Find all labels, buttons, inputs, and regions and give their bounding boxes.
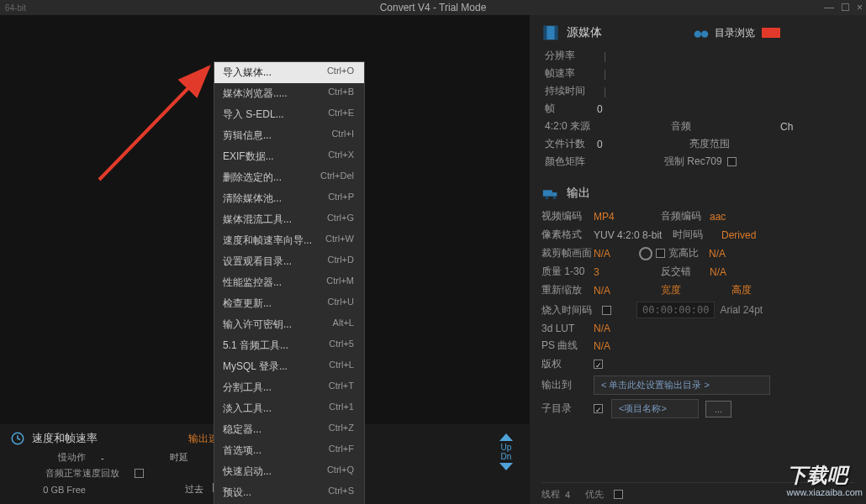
menu-item-shortcut: Ctrl+Q [327,465,354,479]
subdir-checkbox[interactable] [594,404,603,413]
menu-item-label: 媒体混流工具... [223,213,292,227]
up-arrow-icon[interactable] [499,433,513,441]
crop-checkbox[interactable] [656,249,665,258]
burntc-label: 烧入时间码 [541,303,602,318]
menu-item-shortcut: Ctrl+Del [320,171,354,185]
rescale-value[interactable]: N/A [594,285,636,297]
binoculars-icon[interactable] [693,24,710,41]
burntc-checkbox[interactable] [602,306,611,315]
down-arrow-icon[interactable] [499,463,513,470]
menu-item-5[interactable]: 删除选定的...Ctrl+Del [214,167,364,188]
truck-icon [541,184,560,202]
menu-item-2[interactable]: 导入 S-EDL...Ctrl+E [214,104,364,125]
output-path-field[interactable]: < 单击此处设置输出目录 > [594,375,770,395]
height-label[interactable]: 高度 [731,283,752,297]
maximize-button[interactable]: ☐ [841,2,850,13]
rescale-label: 重新缩放 [541,283,594,297]
menu-item-shortcut: Ctrl+P [328,192,354,206]
preview-pane: 导入媒体...Ctrl+O媒体浏览器.....Ctrl+B导入 S-EDL...… [0,15,530,504]
menu-item-shortcut: Ctrl+F [329,444,354,458]
execute-button[interactable]: ... [705,401,731,417]
duration-label: 持续时间 [545,84,597,98]
menu-item-20[interactable]: 预设...Ctrl+S [214,482,364,503]
menu-item-shortcut: Ctrl+S [328,486,354,500]
yuv-label: 4:2:0 来源 [545,119,604,134]
menu-item-label: 剪辑信息... [223,129,272,143]
lut3d-value[interactable]: N/A [594,323,636,334]
svg-rect-7 [543,190,552,196]
menu-item-3[interactable]: 剪辑信息...Ctrl+I [214,125,364,146]
menu-item-17[interactable]: 稳定器...Ctrl+Z [214,419,364,440]
framerate-label: 帧速率 [545,66,597,81]
pscurve-label: PS 曲线 [541,339,594,353]
slowmo-label: 慢动作 [10,451,86,464]
menu-item-10[interactable]: 性能监控器...Ctrl+M [214,272,364,293]
aspect-value[interactable]: N/A [709,248,751,260]
updn-control[interactable]: Up Dn [499,433,513,470]
force709-checkbox[interactable] [727,157,737,166]
menu-item-6[interactable]: 清除媒体池...Ctrl+P [214,188,364,209]
copyright-checkbox[interactable] [594,360,603,369]
timecode-field[interactable]: 00:00:00:00 [636,302,715,318]
svg-line-0 [99,67,209,180]
quality-value[interactable]: 3 [594,266,636,278]
menu-item-label: 导入媒体... [223,66,272,80]
slowmo-value[interactable]: - [101,453,104,463]
pixfmt-value[interactable]: YUV 4:2:0 8-bit [594,229,669,241]
vcodec-value[interactable]: MP4 [594,211,636,223]
menu-item-18[interactable]: 首选项...Ctrl+F [214,440,364,461]
aspect-label: 宽高比 [668,246,709,260]
subdir-field[interactable]: <项目名称> [611,399,699,418]
priority-checkbox[interactable] [614,490,623,499]
timecode-value[interactable]: Derived [721,229,763,241]
close-button[interactable]: × [857,2,863,13]
filecount-label: 文件计数 [545,137,597,151]
menu-item-label: 检查更新... [223,297,272,311]
crop-radio[interactable] [639,247,652,260]
menu-item-shortcut: Ctrl+G [327,213,354,227]
minimize-button[interactable]: — [824,2,834,13]
font-value[interactable]: Arial 24pt [720,304,763,316]
menu-item-7[interactable]: 媒体混流工具...Ctrl+G [214,209,364,230]
menu-item-label: 淡入工具... [223,402,272,416]
menu-item-label: 稳定器... [223,423,261,437]
browse-dir-label[interactable]: 目录浏览 [715,26,755,40]
menu-item-label: 媒体浏览器..... [223,87,288,101]
menu-item-12[interactable]: 输入许可密钥...Alt+L [214,314,364,335]
menu-item-9[interactable]: 设置观看目录...Ctrl+D [214,251,364,272]
speed-panel-title: 速度和帧速率 [32,431,98,446]
normal-playback-label: 音频正常速度回放 [10,467,119,480]
menu-item-label: 清除媒体池... [223,192,282,206]
width-label[interactable]: 宽度 [661,283,681,297]
menu-item-13[interactable]: 5.1 音频工具...Ctrl+5 [214,335,364,356]
menu-item-label: 分割工具... [223,381,272,395]
svg-point-6 [701,31,708,38]
threads-value[interactable]: 4 [565,490,570,500]
menu-item-shortcut: Ctrl+B [328,87,354,101]
menu-item-shortcut: Ctrl+W [325,234,354,248]
deint-value[interactable]: N/A [710,266,752,278]
menu-item-shortcut: Ctrl+1 [329,402,354,416]
acodec-value[interactable]: aac [710,211,752,223]
menu-item-8[interactable]: 速度和帧速率向导...Ctrl+W [214,230,364,251]
menu-item-14[interactable]: MySQL 登录...Ctrl+L [214,356,364,377]
menu-item-11[interactable]: 检查更新...Ctrl+U [214,293,364,314]
menu-item-shortcut: Ctrl+E [328,108,354,122]
menu-item-label: 设置观看目录... [223,255,292,269]
menu-item-0[interactable]: 导入媒体...Ctrl+O [214,62,364,83]
menu-item-15[interactable]: 分割工具...Ctrl+T [214,377,364,398]
menu-item-16[interactable]: 淡入工具...Ctrl+1 [214,398,364,419]
film-icon [541,24,560,42]
matrix-label: 颜色矩阵 [545,155,597,169]
lut3d-label: 3d LUT [541,323,594,334]
subdir-label: 子目录 [541,402,594,416]
menu-item-label: 首选项... [223,444,261,458]
crop-label: 裁剪帧画面 [541,246,594,260]
menu-item-4[interactable]: EXIF数据...Ctrl+X [214,146,364,167]
normal-playback-checkbox[interactable] [135,469,144,478]
menu-item-19[interactable]: 快速启动...Ctrl+Q [214,461,364,482]
audio-label: 音频 [671,119,721,134]
pscurve-value[interactable]: N/A [594,340,636,352]
crop-value[interactable]: N/A [594,248,636,260]
menu-item-1[interactable]: 媒体浏览器.....Ctrl+B [214,83,364,104]
